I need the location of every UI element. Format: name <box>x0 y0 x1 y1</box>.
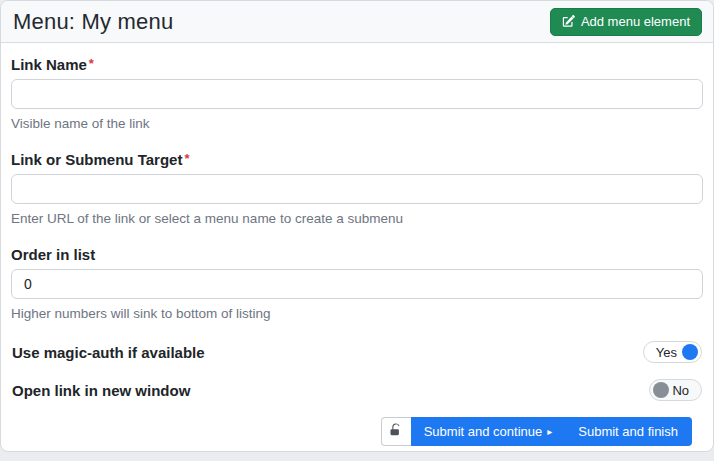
submit-and-continue-label: Submit and continue <box>424 424 543 439</box>
magic-auth-label: Use magic-auth if available <box>12 344 205 361</box>
submit-button-group: Submit and continue ▸ Submit and finish <box>381 417 692 446</box>
new-window-toggle-state: No <box>672 383 689 398</box>
required-asterisk: * <box>184 151 189 166</box>
caret-right-icon: ▸ <box>547 427 552 437</box>
field-group-link-name: Link Name* Visible name of the link <box>11 56 703 131</box>
add-menu-element-label: Add menu element <box>581 14 690 29</box>
order-input[interactable] <box>11 269 703 299</box>
submit-and-finish-button[interactable]: Submit and finish <box>565 417 692 446</box>
toggle-knob-on <box>682 344 698 360</box>
link-target-help: Enter URL of the link or select a menu n… <box>11 211 703 226</box>
toggle-row-magic-auth: Use magic-auth if available Yes <box>11 341 703 363</box>
add-menu-element-button[interactable]: Add menu element <box>550 8 702 36</box>
menu-edit-card: Menu: My menu Add menu element Link Name… <box>0 0 714 452</box>
link-name-input[interactable] <box>11 79 703 109</box>
page-title: Menu: My menu <box>13 9 173 35</box>
order-label: Order in list <box>11 246 703 263</box>
lock-button[interactable] <box>381 417 411 446</box>
order-help: Higher numbers will sink to bottom of li… <box>11 306 703 321</box>
magic-auth-toggle-state: Yes <box>656 345 677 360</box>
new-window-label: Open link in new window <box>12 382 190 399</box>
edit-icon <box>562 15 575 28</box>
toggle-knob-off <box>653 382 669 398</box>
unlock-icon <box>389 423 403 440</box>
required-asterisk: * <box>89 56 94 71</box>
link-name-help: Visible name of the link <box>11 116 703 131</box>
field-group-link-target: Link or Submenu Target* Enter URL of the… <box>11 151 703 226</box>
submit-and-finish-label: Submit and finish <box>578 424 678 439</box>
toggle-row-new-window: Open link in new window No <box>11 379 703 401</box>
link-name-label: Link Name* <box>11 56 703 73</box>
form-body: Link Name* Visible name of the link Link… <box>1 43 713 446</box>
submit-and-continue-button[interactable]: Submit and continue ▸ <box>411 417 566 446</box>
field-group-order: Order in list Higher numbers will sink t… <box>11 246 703 321</box>
form-footer: Submit and continue ▸ Submit and finish <box>11 417 703 446</box>
link-target-label: Link or Submenu Target* <box>11 151 703 168</box>
link-target-input[interactable] <box>11 174 703 204</box>
new-window-toggle[interactable]: No <box>649 379 702 401</box>
magic-auth-toggle[interactable]: Yes <box>643 341 702 363</box>
card-header: Menu: My menu Add menu element <box>1 1 713 43</box>
